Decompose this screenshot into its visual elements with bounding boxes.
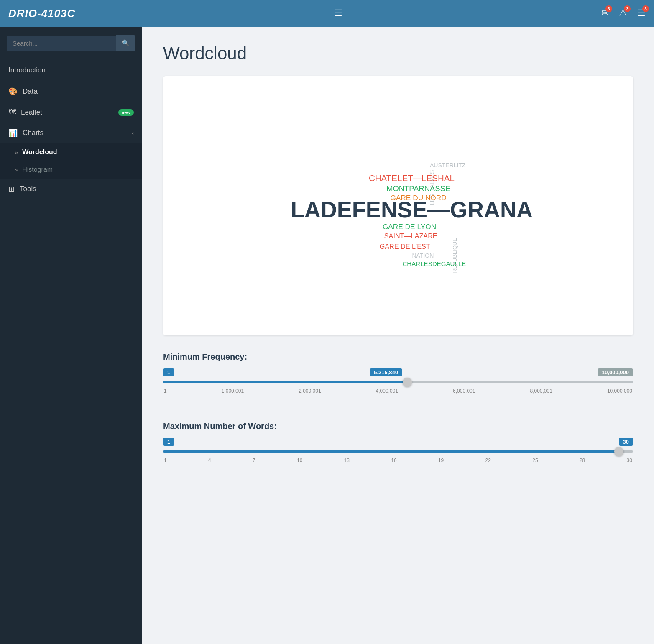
sidebar-item-introduction[interactable]: Introduction	[0, 59, 142, 81]
brand-title: DRIO-4103C	[8, 7, 75, 20]
word-gare-de-lest: GARE DE L'EST	[380, 243, 430, 250]
max-words-min-label: 1	[163, 438, 174, 446]
hamburger-icon[interactable]: ☰	[334, 8, 342, 19]
leaflet-badge: new	[118, 109, 134, 116]
max-words-ticks: 1 4 7 10 13 16 19 22 25 28 30	[163, 457, 633, 463]
data-icon: 🎨	[8, 87, 18, 96]
min-frequency-group: Minimum Frequency: 1 5,215,840 10,000,00…	[163, 352, 633, 406]
nav-menu-badge: 3	[642, 5, 649, 12]
tools-label: Tools	[20, 185, 134, 193]
app-body: 🔍 Introduction 🎨 Data 🗺 Leaflet new 📊 Ch…	[0, 27, 654, 644]
max-words-thumb[interactable]	[614, 447, 623, 456]
sidebar-item-leaflet[interactable]: 🗺 Leaflet new	[0, 102, 142, 123]
wordcloud-svg: LES HALLES AUSTERLITZ CHATELET—LESHAL MO…	[171, 93, 625, 319]
page-title: Wordcloud	[163, 43, 633, 64]
navbar: DRIO-4103C ☰ ✉ 3 ⚠ 3 ☰ 3	[0, 0, 654, 27]
wordcloud-area: LES HALLES AUSTERLITZ CHATELET—LESHAL MO…	[171, 93, 625, 319]
search-button[interactable]: 🔍	[116, 35, 135, 51]
max-words-label: Maximum Number of Words:	[163, 422, 633, 431]
charts-icon: 📊	[8, 128, 18, 138]
mail-badge: 3	[605, 5, 612, 12]
max-words-value-label: 30	[619, 438, 633, 446]
min-freq-fill	[163, 381, 407, 383]
sidebar-item-charts[interactable]: 📊 Charts ‹	[0, 123, 142, 143]
word-austerlitz: AUSTERLITZ	[430, 162, 466, 169]
tools-icon: ⊞	[8, 184, 15, 194]
main-content: Wordcloud LES HALLES AUSTERLITZ CHATELET…	[142, 27, 654, 644]
controls-section: Minimum Frequency: 1 5,215,840 10,000,00…	[163, 352, 633, 476]
max-words-track-wrap	[163, 447, 633, 456]
min-freq-range-labels: 1 5,215,840 10,000,000	[163, 368, 633, 376]
sidebar-item-data[interactable]: 🎨 Data	[0, 81, 142, 102]
max-words-group: Maximum Number of Words: 1 30 1	[163, 422, 633, 476]
arrow-icon-2: »	[15, 167, 18, 173]
word-saint-lazare: SAINT—LAZARE	[384, 232, 437, 240]
leaflet-icon: 🗺	[8, 108, 16, 117]
max-words-track	[163, 450, 633, 453]
sidebar-item-tools[interactable]: ⊞ Tools	[0, 179, 142, 199]
wordcloud-label: Wordcloud	[22, 148, 57, 156]
word-nation: NATION	[412, 252, 434, 259]
sidebar: 🔍 Introduction 🎨 Data 🗺 Leaflet new 📊 Ch…	[0, 27, 142, 644]
sidebar-nav: Introduction 🎨 Data 🗺 Leaflet new 📊 Char…	[0, 55, 142, 204]
max-words-fill	[163, 450, 619, 453]
histogram-label: Histogram	[22, 166, 53, 174]
min-freq-value-label: 5,215,840	[370, 368, 402, 376]
min-freq-max-label: 10,000,000	[598, 368, 633, 376]
min-freq-track	[163, 381, 633, 383]
sidebar-item-wordcloud[interactable]: » Wordcloud	[0, 143, 142, 161]
word-montparnasse: MONTPARNASSE	[386, 184, 450, 193]
chevron-icon: ‹	[132, 130, 134, 136]
min-freq-ticks: 1 1,000,001 2,000,001 4,000,001 6,000,00…	[163, 388, 633, 394]
arrow-icon: »	[15, 149, 18, 156]
charts-label: Charts	[23, 129, 132, 137]
sidebar-submenu-charts: » Wordcloud » Histogram	[0, 143, 142, 179]
word-gare-de-lyon: GARE DE LYON	[383, 222, 436, 231]
wordcloud-card: LES HALLES AUSTERLITZ CHATELET—LESHAL MO…	[163, 76, 633, 335]
data-label: Data	[23, 87, 134, 96]
sidebar-search: 🔍	[7, 35, 135, 51]
search-input[interactable]	[7, 36, 116, 51]
word-ladefense: LADEFENSE—GRANA	[291, 197, 533, 222]
min-freq-thumb[interactable]	[403, 378, 412, 387]
leaflet-label: Leaflet	[21, 108, 118, 117]
navbar-icons: ✉ 3 ⚠ 3 ☰ 3	[601, 8, 646, 19]
sidebar-item-histogram[interactable]: » Histogram	[0, 161, 142, 179]
min-freq-track-wrap	[163, 378, 633, 386]
min-freq-slider-container: 1 5,215,840 10,000,000 1 1,000,001 2,000	[163, 368, 633, 406]
word-republique: REPUBLIQUE	[452, 238, 458, 273]
max-words-slider-container: 1 30 1 4 7 10 1	[163, 438, 633, 476]
introduction-label: Introduction	[8, 66, 134, 74]
min-freq-label: Minimum Frequency:	[163, 352, 633, 362]
min-freq-min-label: 1	[163, 368, 174, 376]
word-chatelet: CHATELET—LESHAL	[369, 173, 455, 183]
nav-menu-icon-wrap[interactable]: ☰ 3	[637, 8, 646, 19]
max-words-range-labels: 1 30	[163, 438, 633, 446]
mail-icon-wrap[interactable]: ✉ 3	[601, 8, 609, 19]
warning-icon-wrap[interactable]: ⚠ 3	[619, 8, 627, 19]
warning-badge: 3	[624, 5, 631, 12]
